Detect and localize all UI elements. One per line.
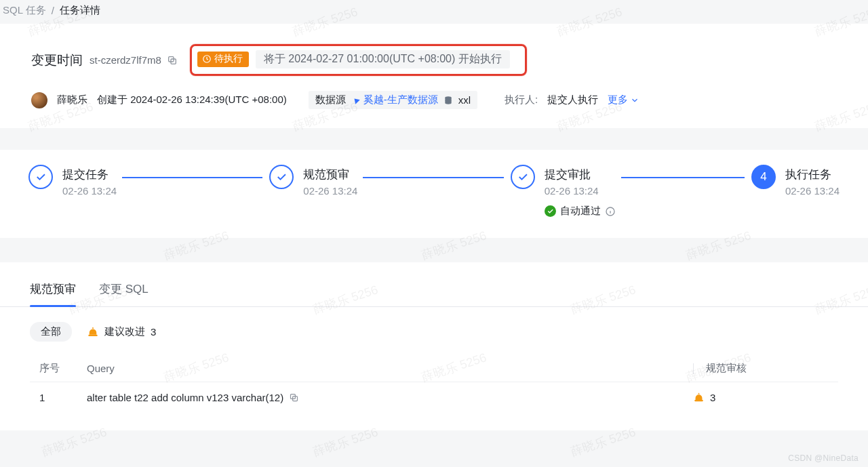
breadcrumb-parent[interactable]: SQL 任务 [3, 4, 46, 17]
chevron-down-icon [630, 96, 639, 105]
step-time: 02-26 13:24 [785, 185, 840, 197]
step-time: 02-26 13:24 [303, 185, 357, 197]
suggest-label: 建议改进 [104, 325, 145, 338]
check-icon [35, 171, 47, 183]
table-row[interactable]: 1 alter table t22 add column v123 varcha… [30, 382, 838, 410]
column-divider [693, 363, 694, 374]
created-at: 创建于 2024-02-26 13:24:39(UTC +08:00) [97, 94, 287, 106]
clock-icon [202, 54, 212, 64]
col-header-audit: 规范审核 [693, 362, 829, 375]
step-title: 提交任务 [62, 167, 117, 182]
col-header-query: Query [87, 363, 693, 374]
datasource-name: 奚越-生产数据源 [363, 94, 438, 106]
schedule-highlight: 待执行 将于 2024-02-27 01:00:00(UTC +08:00) 开… [190, 44, 527, 76]
step-icon-current: 4 [751, 165, 776, 189]
info-icon[interactable] [605, 206, 616, 217]
step-execute: 4 执行任务 02-26 13:24 [751, 165, 840, 197]
database-icon [443, 96, 453, 105]
alarm-icon [87, 326, 99, 338]
audit-table: 序号 Query 规范审核 1 alter table t22 add colu… [0, 348, 868, 410]
page-title: 变更时间 [31, 52, 83, 69]
task-header-card: 变更时间 st-czerdz7lf7m8 待执行 将于 2024-02-27 0… [0, 24, 868, 128]
tab-change-sql[interactable]: 变更 SQL [99, 280, 149, 306]
step-time: 02-26 13:24 [545, 185, 616, 197]
cell-audit: 3 [693, 392, 829, 403]
step-icon-check [28, 165, 53, 189]
auto-pass-label: 自动通过 [560, 205, 601, 218]
step-connector [621, 177, 745, 178]
breadcrumb-separator: / [52, 5, 54, 16]
step-icon-check [511, 165, 535, 189]
audit-count: 3 [710, 392, 715, 403]
step-approval: 提交审批 02-26 13:24 自动通过 [511, 165, 751, 218]
detail-card: 规范预审 变更 SQL 全部 建议改进 3 序号 Query 规范审核 1 al… [0, 262, 868, 430]
step-title: 提交审批 [545, 167, 616, 182]
breadcrumb: SQL 任务 / 任务详情 [0, 0, 868, 18]
csdn-attribution: CSDN @NineData [788, 453, 859, 463]
filter-suggest[interactable]: 建议改进 3 [87, 325, 156, 338]
meta-row: 薛晓乐 创建于 2024-02-26 13:24:39(UTC +08:00) … [0, 81, 868, 116]
auto-pass-icon [545, 205, 556, 217]
more-label: 更多 [608, 94, 628, 106]
step-connector [122, 177, 262, 178]
tab-preaudit[interactable]: 规范预审 [30, 280, 76, 306]
step-connector [363, 177, 503, 178]
schedule-text: 将于 2024-02-27 01:00:00(UTC +08:00) 开始执行 [256, 50, 510, 68]
executor-label: 执行人: [505, 94, 538, 106]
cell-query: alter table t22 add column v123 varchar(… [87, 392, 693, 403]
creator-name: 薛晓乐 [57, 94, 87, 106]
status-badge: 待执行 [197, 52, 249, 67]
filter-all[interactable]: 全部 [30, 322, 72, 342]
steps-card: 提交任务 02-26 13:24 规范预审 02-26 13:24 提交审批 0… [0, 150, 868, 238]
check-icon [547, 207, 554, 215]
avatar [31, 92, 47, 108]
datasource-label: 数据源 [315, 94, 346, 106]
alarm-icon [693, 392, 705, 403]
task-id: st-czerdz7lf7m8 [90, 54, 161, 66]
tabs: 规范预审 变更 SQL [0, 280, 868, 307]
table-header: 序号 Query 规范审核 [30, 355, 838, 382]
step-title: 规范预审 [303, 167, 357, 182]
database-name[interactable]: xxl [458, 94, 471, 106]
svg-rect-7 [88, 334, 98, 336]
check-icon [517, 171, 529, 183]
suggest-count: 3 [151, 326, 156, 338]
step-time: 02-26 13:24 [62, 185, 117, 197]
more-button[interactable]: 更多 [608, 94, 639, 106]
executor-value: 提交人执行 [547, 94, 598, 106]
link-icon [351, 96, 361, 105]
datasource-link[interactable]: 奚越-生产数据源 [351, 94, 438, 106]
cell-idx: 1 [39, 392, 87, 403]
status-badge-label: 待执行 [214, 53, 243, 65]
datasource-chip: 数据源 奚越-生产数据源 xxl [309, 91, 477, 109]
copy-icon[interactable] [289, 392, 299, 403]
step-preaudit: 规范预审 02-26 13:24 [269, 165, 510, 197]
query-text: alter table t22 add column v123 varchar(… [87, 392, 283, 403]
step-submit: 提交任务 02-26 13:24 [28, 165, 269, 197]
check-icon [275, 171, 288, 183]
step-title: 执行任务 [785, 167, 840, 182]
svg-rect-10 [694, 400, 703, 401]
copy-icon[interactable] [167, 55, 178, 66]
breadcrumb-current: 任务详情 [60, 4, 100, 17]
step-icon-check [269, 165, 294, 189]
col-header-idx: 序号 [39, 362, 87, 375]
